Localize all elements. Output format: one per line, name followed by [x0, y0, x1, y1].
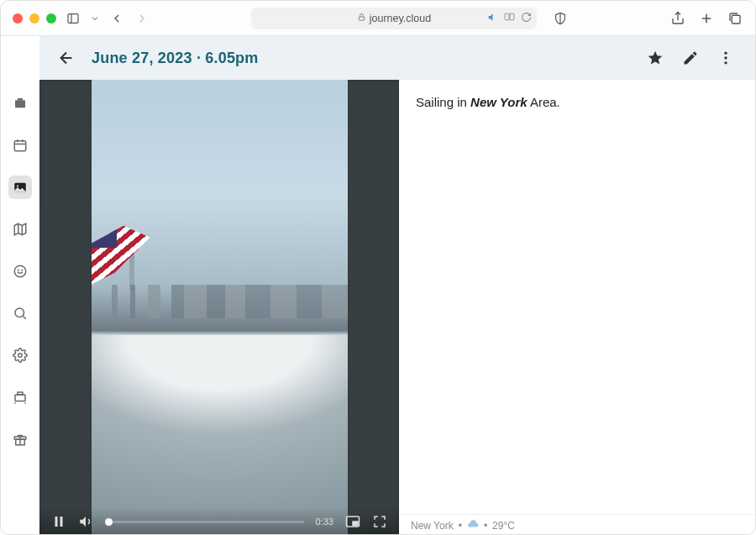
svg-point-25 — [18, 270, 18, 270]
svg-point-21 — [17, 185, 18, 186]
left-rail — [1, 80, 39, 535]
close-window-button[interactable] — [13, 13, 23, 24]
rail-media-icon[interactable] — [8, 176, 32, 199]
entry-text-prefix: Sailing in — [416, 95, 470, 109]
svg-point-29 — [18, 354, 23, 358]
shield-icon[interactable] — [552, 10, 569, 27]
media-viewer: 0:33 — [39, 80, 399, 535]
pause-button[interactable] — [51, 514, 66, 529]
audio-icon[interactable] — [487, 12, 498, 25]
rail-wellness-icon[interactable] — [8, 260, 32, 283]
svg-rect-15 — [18, 98, 23, 100]
reload-icon[interactable] — [521, 12, 532, 25]
weather-icon — [467, 518, 479, 532]
status-sep: • — [459, 520, 462, 532]
entry-body: Sailing in New York Area. — [399, 80, 755, 124]
svg-rect-4 — [510, 13, 514, 20]
entry-text-bold: New York — [470, 95, 528, 109]
rail-calendar-icon[interactable] — [8, 134, 32, 157]
browser-chrome: journey.cloud — [1, 1, 755, 36]
entry-text-suffix: Area. — [528, 95, 560, 109]
status-bar: New York • • 29°C — [399, 514, 755, 535]
svg-rect-3 — [505, 13, 509, 20]
minimize-window-button[interactable] — [29, 13, 39, 24]
rail-atlas-icon[interactable] — [8, 218, 32, 241]
nav-forward-button[interactable] — [134, 10, 150, 27]
new-tab-icon[interactable] — [698, 10, 715, 27]
address-bar[interactable]: journey.cloud — [251, 8, 537, 29]
rail-settings-icon[interactable] — [8, 344, 32, 367]
rail-search-icon[interactable] — [8, 302, 32, 325]
svg-rect-37 — [55, 517, 58, 527]
svg-rect-30 — [15, 395, 25, 401]
favorite-button[interactable] — [646, 49, 664, 67]
entry-content: Sailing in New York Area. New York • • 2… — [399, 80, 755, 535]
tabs-icon[interactable] — [727, 10, 743, 27]
svg-point-26 — [22, 270, 23, 270]
svg-point-27 — [15, 308, 24, 317]
reader-icon[interactable] — [503, 12, 516, 25]
progress-bar[interactable] — [105, 521, 304, 523]
window-traffic-lights — [13, 13, 56, 24]
svg-rect-14 — [15, 100, 25, 108]
back-button[interactable] — [56, 48, 76, 68]
video-controls: 0:33 — [39, 507, 399, 535]
svg-rect-40 — [353, 522, 358, 526]
svg-rect-31 — [18, 392, 23, 395]
entry-date-title: June 27, 2023 · 6.05pm — [92, 50, 259, 67]
video-frame[interactable] — [92, 80, 348, 535]
share-icon[interactable] — [669, 10, 686, 27]
svg-point-11 — [724, 52, 727, 55]
video-time: 0:33 — [316, 517, 333, 527]
rail-plugins-icon[interactable] — [8, 386, 32, 409]
svg-rect-38 — [60, 517, 63, 527]
entry-header: June 27, 2023 · 6.05pm — [39, 36, 755, 80]
status-sep2: • — [484, 520, 487, 532]
edit-button[interactable] — [681, 49, 700, 67]
svg-point-24 — [14, 265, 26, 277]
rail-gift-icon[interactable] — [8, 427, 32, 451]
status-location: New York — [411, 520, 454, 532]
sidebar-toggle-button[interactable] — [65, 10, 81, 27]
svg-rect-0 — [68, 13, 78, 23]
more-menu-button[interactable] — [717, 49, 735, 67]
svg-point-12 — [724, 56, 727, 59]
maximize-window-button[interactable] — [46, 13, 56, 24]
nav-back-button[interactable] — [108, 10, 125, 27]
svg-line-28 — [23, 316, 25, 318]
url-host: journey.cloud — [370, 13, 431, 24]
media-backdrop-right — [347, 80, 399, 535]
volume-button[interactable] — [78, 514, 93, 529]
media-backdrop-left — [39, 80, 92, 535]
svg-rect-2 — [359, 17, 364, 20]
lock-icon — [357, 13, 366, 24]
fullscreen-button[interactable] — [372, 514, 387, 529]
svg-rect-16 — [14, 141, 26, 151]
chevron-down-icon[interactable] — [90, 10, 100, 27]
rail-journal-icon[interactable] — [8, 92, 32, 115]
pip-button[interactable] — [345, 514, 360, 529]
svg-rect-9 — [732, 15, 740, 24]
status-temp: 29°C — [492, 520, 515, 532]
svg-point-13 — [724, 61, 727, 64]
